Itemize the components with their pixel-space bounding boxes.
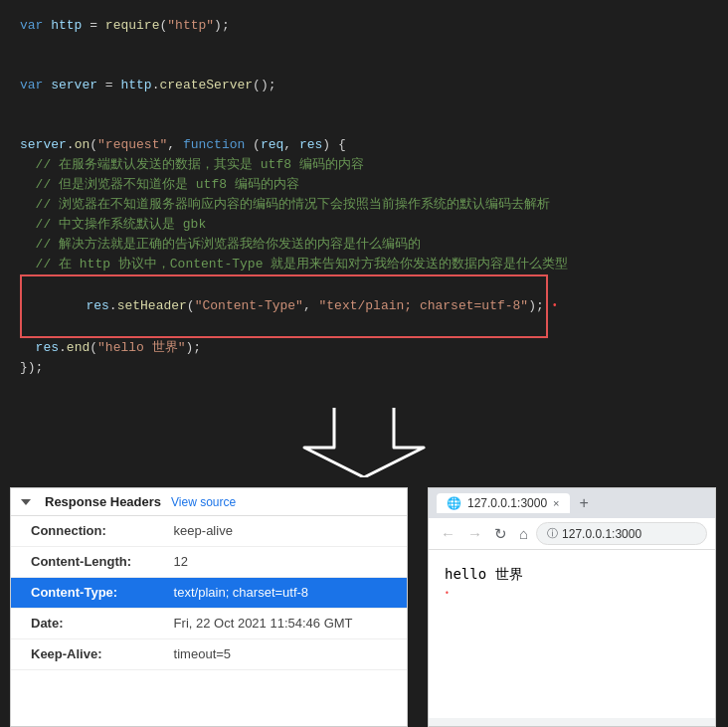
code-line-12: // 解决方法就是正确的告诉浏览器我给你发送的内容是什么编码的 — [20, 235, 708, 255]
header-row-date: Date: Fri, 22 Oct 2021 11:54:46 GMT — [11, 609, 407, 639]
header-value-connection: keep-alive — [170, 521, 233, 541]
code-editor: var http = require("http"); var server =… — [0, 0, 728, 398]
code-line-1: var http = require("http"); — [20, 16, 708, 36]
down-arrow-icon — [274, 408, 454, 477]
view-source-link[interactable]: View source — [171, 495, 236, 509]
code-line-9: // 但是浏览器不知道你是 utf8 编码的内容 — [20, 175, 708, 195]
headers-title: Response Headers — [45, 494, 161, 509]
globe-icon: 🌐 — [447, 496, 461, 510]
arrow-section — [0, 398, 728, 487]
reload-button[interactable]: ↻ — [490, 523, 511, 545]
header-key-content-length: Content-Length: — [31, 552, 170, 572]
browser-tab[interactable]: 🌐 127.0.0.1:3000 × — [437, 493, 570, 513]
new-tab-button[interactable]: + — [574, 492, 595, 514]
code-line-15: res.end("hello 世界"); — [20, 338, 708, 358]
code-line-empty5 — [20, 378, 708, 398]
browser-panel: 🌐 127.0.0.1:3000 × + ← → ↻ ⌂ ⓘ 127.0.0.1… — [428, 487, 716, 727]
header-value-keep-alive: timeout=5 — [170, 644, 231, 664]
header-key-connection: Connection: — [31, 521, 170, 541]
tab-close-icon[interactable]: × — [553, 497, 559, 509]
header-key-keep-alive: Keep-Alive: — [31, 644, 170, 664]
bottom-section: Response Headers View source Connection:… — [0, 487, 728, 727]
header-row-keep-alive: Keep-Alive: timeout=5 — [11, 639, 407, 670]
code-line-10: // 浏览器在不知道服务器响应内容的编码的情况下会按照当前操作系统的默认编码去解… — [20, 195, 708, 215]
code-line-14-highlighted: res.setHeader("Content-Type", "text/plai… — [20, 274, 708, 338]
url-text: 127.0.0.1:3000 — [562, 527, 641, 541]
header-key-date: Date: — [31, 614, 170, 634]
code-line-11: // 中文操作系统默认是 gbk — [20, 215, 708, 235]
header-value-date: Fri, 22 Oct 2021 11:54:46 GMT — [170, 614, 353, 634]
code-line-16: }); — [20, 358, 708, 378]
browser-nav-bar: ← → ↻ ⌂ ⓘ 127.0.0.1:3000 — [429, 518, 715, 550]
code-line-13: // 在 http 协议中，Content-Type 就是用来告知对方我给你发送… — [20, 255, 708, 274]
info-icon: ⓘ — [547, 526, 558, 541]
code-line-empty4 — [20, 115, 708, 135]
tab-url: 127.0.0.1:3000 — [467, 496, 547, 510]
header-row-connection: Connection: keep-alive — [11, 516, 407, 547]
red-dot-browser: • — [445, 589, 450, 598]
home-button[interactable]: ⌂ — [515, 523, 532, 544]
code-line-empty3 — [20, 95, 708, 115]
hello-world-text: hello 世界 — [445, 566, 699, 584]
header-row-content-length: Content-Length: 12 — [11, 547, 407, 578]
browser-tab-bar: 🌐 127.0.0.1:3000 × + — [429, 488, 715, 518]
code-line-8: // 在服务端默认发送的数据，其实是 utf8 编码的内容 — [20, 155, 708, 175]
code-line-4: var server = http.createServer(); — [20, 76, 708, 95]
header-value-content-type: text/plain; charset=utf-8 — [170, 583, 308, 603]
code-line-empty2 — [20, 56, 708, 76]
header-value-content-length: 12 — [170, 552, 188, 572]
back-button[interactable]: ← — [437, 523, 459, 544]
headers-title-row: Response Headers View source — [11, 488, 407, 516]
triangle-icon — [21, 499, 31, 505]
response-headers-panel: Response Headers View source Connection:… — [10, 487, 408, 727]
header-key-content-type: Content-Type: — [31, 583, 170, 603]
forward-button[interactable]: → — [463, 523, 486, 544]
code-line-7: server.on("request", function (req, res)… — [20, 135, 708, 155]
browser-content: hello 世界 • — [429, 550, 715, 718]
code-line-empty — [20, 36, 708, 56]
header-row-content-type: Content-Type: text/plain; charset=utf-8 — [11, 578, 407, 609]
url-bar[interactable]: ⓘ 127.0.0.1:3000 — [536, 522, 707, 545]
